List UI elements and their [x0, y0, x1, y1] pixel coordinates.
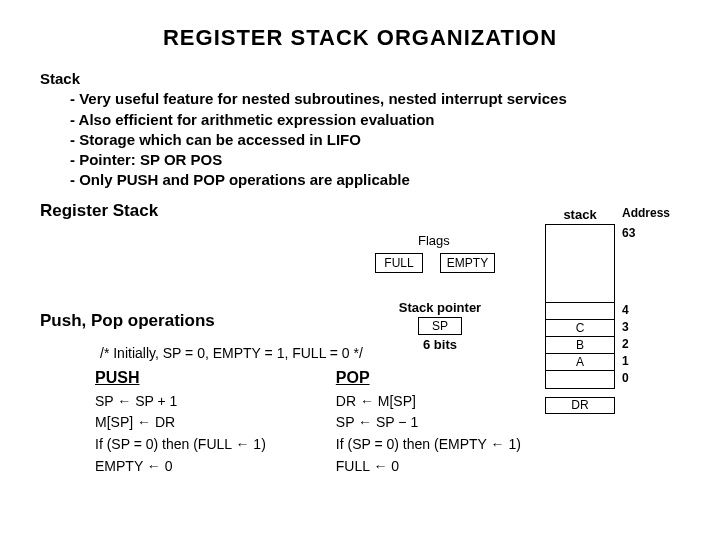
stack-diagram: Flags FULL EMPTY Stack pointer SP 6 bits…	[320, 225, 680, 425]
stack-column: stack C B A DR	[545, 207, 615, 414]
sp-bits-label: 6 bits	[390, 337, 490, 352]
stack-description: Stack - Very useful feature for nested s…	[40, 69, 680, 191]
push-step: If (SP = 0) then (FULL ← 1)	[95, 434, 266, 456]
bullet: - Also efficient for arithmetic expressi…	[40, 110, 680, 130]
address-value: 63	[622, 227, 670, 244]
empty-flag-box: EMPTY	[440, 253, 495, 273]
address-label: Address	[622, 207, 670, 224]
stack-row: A	[546, 354, 614, 371]
bullet: - Very useful feature for nested subrout…	[40, 89, 680, 109]
address-column: Address 63 4 3 2 1 0	[622, 207, 670, 389]
address-value: 3	[622, 321, 670, 338]
stack-heading: Stack	[40, 70, 80, 87]
address-value: 1	[622, 355, 670, 372]
push-title: PUSH	[95, 369, 266, 387]
sp-box: SP	[418, 317, 462, 335]
address-value: 0	[622, 372, 670, 389]
push-step: M[SP] ← DR	[95, 412, 266, 434]
stack-row	[546, 371, 614, 388]
dr-box: DR	[545, 397, 615, 414]
stack-row	[546, 303, 614, 320]
stack-rect: C B A	[545, 224, 615, 389]
flags-label: Flags	[418, 233, 450, 248]
stack-row: C	[546, 320, 614, 337]
pop-step: If (SP = 0) then (EMPTY ← 1)	[336, 434, 521, 456]
bullet: - Only PUSH and POP operations are appli…	[40, 170, 680, 190]
push-step: EMPTY ← 0	[95, 456, 266, 478]
stack-body	[546, 225, 614, 303]
pop-step: FULL ← 0	[336, 456, 521, 478]
sp-label: Stack pointer	[390, 300, 490, 315]
push-step: SP ← SP + 1	[95, 391, 266, 413]
stack-row: B	[546, 337, 614, 354]
page-title: REGISTER STACK ORGANIZATION	[40, 25, 680, 51]
stack-label: stack	[545, 207, 615, 222]
address-value: 4	[622, 304, 670, 321]
address-value: 2	[622, 338, 670, 355]
push-column: PUSH SP ← SP + 1 M[SP] ← DR If (SP = 0) …	[95, 369, 266, 478]
bullet: - Storage which can be accessed in LIFO	[40, 130, 680, 150]
bullet: - Pointer: SP OR POS	[40, 150, 680, 170]
stack-pointer-section: Stack pointer SP 6 bits	[390, 300, 490, 352]
full-flag-box: FULL	[375, 253, 423, 273]
